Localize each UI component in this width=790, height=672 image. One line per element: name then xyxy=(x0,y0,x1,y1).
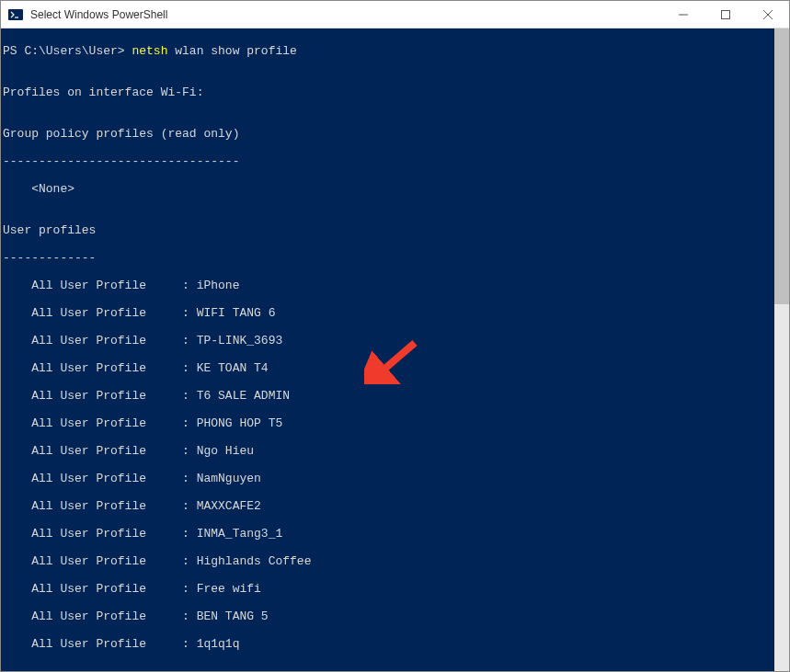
maximize-button[interactable] xyxy=(704,1,747,28)
profile-row: All User Profile : Ngo Hieu xyxy=(3,444,789,458)
minimize-button[interactable] xyxy=(662,1,704,28)
powershell-icon xyxy=(8,7,23,22)
output-line: Profiles on interface Wi-Fi: xyxy=(3,85,789,99)
window-controls xyxy=(662,1,789,28)
profile-row: All User Profile : TP-LINK_3693 xyxy=(3,334,789,347)
profile-row: All User Profile : BEN TANG 5 xyxy=(3,609,789,623)
close-button[interactable] xyxy=(747,1,789,28)
svg-rect-3 xyxy=(722,10,730,18)
output-line: --------------------------------- xyxy=(3,154,789,168)
output-line: ------------- xyxy=(3,251,789,265)
profile-row: All User Profile : iPhone xyxy=(3,279,789,292)
scrollbar-thumb[interactable] xyxy=(774,28,789,304)
profile-row: All User Profile : WIFI TANG 6 xyxy=(3,306,789,320)
vertical-scrollbar[interactable] xyxy=(774,28,789,671)
titlebar[interactable]: Select Windows PowerShell xyxy=(1,1,789,28)
prompt-line: PS C:\Users\User> netsh wlan show profil… xyxy=(3,44,789,58)
profile-row: All User Profile : PHONG HOP T5 xyxy=(3,416,789,430)
output-line: User profiles xyxy=(3,223,789,237)
profile-row: All User Profile : Free wifi xyxy=(3,582,789,596)
profile-row: All User Profile : INMA_Tang3_1 xyxy=(3,527,789,541)
profile-row: All User Profile : MAXXCAFE2 xyxy=(3,499,789,513)
output-line: Group policy profiles (read only) xyxy=(3,127,789,141)
profile-row: All User Profile : T6 SALE ADMIN xyxy=(3,389,789,403)
powershell-window: Select Windows PowerShell PS C:\Users\Us… xyxy=(0,0,790,672)
profile-row: All User Profile : KE TOAN T4 xyxy=(3,361,789,375)
svg-rect-0 xyxy=(8,9,23,20)
profile-row: All User Profile : Highlands Coffee xyxy=(3,554,789,568)
window-title: Select Windows PowerShell xyxy=(29,8,662,21)
profile-row: All User Profile : 1q1q1q xyxy=(3,637,789,651)
profile-row: All User Profile : NamNguyen xyxy=(3,472,789,485)
output-line: <None> xyxy=(3,182,789,196)
terminal-body[interactable]: PS C:\Users\User> netsh wlan show profil… xyxy=(1,28,789,671)
